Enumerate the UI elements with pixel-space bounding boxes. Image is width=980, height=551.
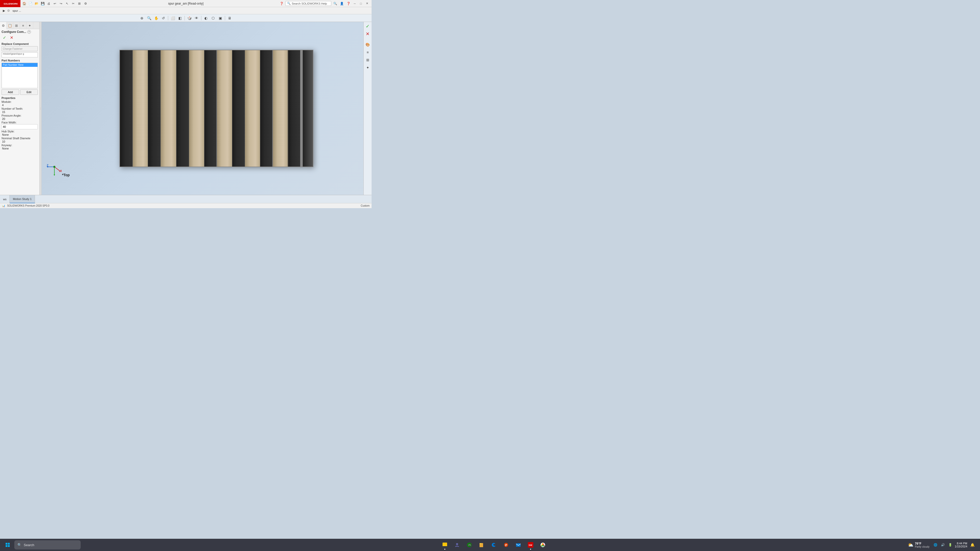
num-teeth-property: Number of Teeth: 15 xyxy=(2,107,38,114)
part-numbers-list[interactable]: Part Number Here xyxy=(2,63,38,88)
search-help-field[interactable]: 🔍 Search SOLIDWORKS Help xyxy=(285,1,331,6)
model-tab[interactable]: ws xyxy=(0,195,10,203)
search-icon[interactable]: 🔍 xyxy=(332,1,338,6)
panel-tabs: ⚙ 📋 ⊞ ≡ ✦ xyxy=(0,22,39,29)
panel-help-btn[interactable]: ? xyxy=(27,30,31,34)
right-panel-ok-icon[interactable]: ✓ xyxy=(364,23,371,30)
maximize-btn[interactable]: □ xyxy=(358,1,363,6)
svg-rect-14 xyxy=(245,50,260,167)
component-icon: ⚙ xyxy=(7,9,10,13)
view-toolbar: ⊕ 🔍 ✋ ↺ ⬜ ◧ 🎲 👁 ◐ ⬡ ▣ 🖥 xyxy=(0,14,372,22)
gear-model-view xyxy=(119,50,313,167)
close-btn[interactable]: ✕ xyxy=(364,1,369,6)
pan-icon[interactable]: ✋ xyxy=(153,15,159,21)
hidden-line-icon[interactable]: ▣ xyxy=(217,15,223,21)
dim-tab[interactable]: ≡ xyxy=(20,22,27,29)
pressure-angle-value: 20 xyxy=(2,118,38,121)
window-title: spur gear_am [Read-only] xyxy=(168,2,204,5)
breadcrumb: spur ... xyxy=(11,9,21,12)
cut-icon[interactable]: ✂ xyxy=(70,1,76,6)
face-width-input[interactable] xyxy=(2,124,38,129)
expand-icon[interactable]: ▶ xyxy=(1,8,6,14)
monitor-icon[interactable]: 🖥 xyxy=(227,15,233,21)
home-icon[interactable]: 🏠 xyxy=(21,1,27,6)
part-number-item[interactable]: Part Number Here xyxy=(2,63,38,67)
edit-part-number-btn[interactable]: Edit xyxy=(20,89,38,95)
panel-resize-handle[interactable]: ⋮ xyxy=(40,22,41,195)
feature-tree-tab[interactable]: ⚙ xyxy=(0,22,6,29)
svg-text:Z: Z xyxy=(47,164,48,167)
svg-rect-11 xyxy=(161,50,177,167)
view-orient-icon[interactable]: 👁 xyxy=(193,15,200,21)
title-bar: SOLIDWORKS 🏠 📄 📂 💾 🖨 ↩ ↪ ↖ ✂ ⊞ ⚙ spur ge… xyxy=(0,0,372,7)
cancel-button[interactable]: ✕ xyxy=(9,35,14,40)
redo-icon[interactable]: ↪ xyxy=(58,1,64,6)
svg-rect-3 xyxy=(148,50,161,167)
section-view-icon[interactable]: ⬜ xyxy=(170,15,176,21)
module-property: Module: 4 xyxy=(2,100,38,106)
status-icon: 📊 xyxy=(2,204,5,207)
undo-icon[interactable]: ↩ xyxy=(52,1,58,6)
save-icon[interactable]: 💾 xyxy=(40,1,45,6)
tools-icon[interactable]: ⚙ xyxy=(83,1,88,6)
rotate-icon[interactable]: ↺ xyxy=(160,15,166,21)
print-icon[interactable]: 🖨 xyxy=(46,1,52,6)
property-tab[interactable]: 📋 xyxy=(6,22,13,29)
right-panel-icon4[interactable]: ✦ xyxy=(364,64,371,71)
3d-viewport[interactable]: Z X *Top ✓ ✕ 🎨 ≡ ⊞ ✦ xyxy=(41,22,372,195)
new-icon[interactable]: 📄 xyxy=(27,1,33,6)
part-numbers-label: Part Numbers xyxy=(2,59,38,62)
svg-rect-12 xyxy=(189,50,204,167)
options-icon[interactable]: ❓ xyxy=(345,1,351,6)
zoom-fit-icon[interactable]: ⊕ xyxy=(139,15,145,21)
right-panel-cancel-icon[interactable]: ✕ xyxy=(364,30,371,37)
svg-rect-7 xyxy=(259,50,272,167)
search-help-icon: 🔍 xyxy=(287,2,291,5)
properties-section: Properties Module: 4 Number of Teeth: 15… xyxy=(2,97,38,150)
secondary-toolbar: ▶ ⚙ spur ... xyxy=(0,7,372,14)
part-numbers-section: Part Numbers Part Number Here Add Edit xyxy=(2,59,38,95)
title-right-area: ❓ 🔍 Search SOLIDWORKS Help 🔍 👤 ❓ ─ □ ✕ xyxy=(279,1,372,6)
select-icon[interactable]: ↖ xyxy=(64,1,70,6)
open-icon[interactable]: 📂 xyxy=(34,1,39,6)
toolbar-separator-4 xyxy=(225,16,225,21)
svg-text:X: X xyxy=(60,169,62,172)
3d-view-icon[interactable]: 🎲 xyxy=(186,15,192,21)
grid-icon[interactable]: ⊞ xyxy=(76,1,82,6)
status-bar: 📊 SOLIDWORKS Premium 2020 SP0.0 Custom xyxy=(0,203,372,208)
action-buttons: ✓ ✕ xyxy=(2,35,38,40)
wireframe-icon[interactable]: ⬡ xyxy=(210,15,216,21)
nominal-shaft-value: 10 xyxy=(2,140,38,143)
search-help-text: Search SOLIDWORKS Help xyxy=(292,2,327,5)
num-teeth-value: 15 xyxy=(2,110,38,114)
face-width-label: Face Width: xyxy=(2,121,38,124)
keyway-property: Keyway: None xyxy=(2,144,38,150)
pressure-angle-property: Pressure Angle: 20 xyxy=(2,114,38,121)
shading-icon[interactable]: ◐ xyxy=(203,15,209,21)
add-part-number-btn[interactable]: Add xyxy=(2,89,19,95)
svg-rect-10 xyxy=(132,50,148,167)
keyway-value: None xyxy=(2,147,38,150)
svg-rect-4 xyxy=(176,50,189,167)
display-icon[interactable]: ◧ xyxy=(177,15,183,21)
help-icon[interactable]: ❓ xyxy=(279,1,284,6)
right-panel-icon1[interactable]: 🎨 xyxy=(364,41,371,48)
zoom-in-icon[interactable]: 🔍 xyxy=(146,15,152,21)
user-icon[interactable]: 👤 xyxy=(339,1,345,6)
bottom-tabs-area: ws Motion Study 1 xyxy=(0,195,372,203)
svg-rect-5 xyxy=(204,50,216,167)
extra-tab[interactable]: ✦ xyxy=(27,22,33,29)
motion-study-tab[interactable]: Motion Study 1 xyxy=(10,195,35,203)
main-toolbar: 🏠 📄 📂 💾 🖨 ↩ ↪ ↖ ✂ ⊞ ⚙ xyxy=(21,1,279,6)
change-fastener-field xyxy=(2,46,38,51)
svg-rect-2 xyxy=(120,50,133,167)
sw-version: SOLIDWORKS Premium 2020 SP0.0 xyxy=(7,204,49,207)
minimize-btn[interactable]: ─ xyxy=(352,1,357,6)
config-tab[interactable]: ⊞ xyxy=(13,22,20,29)
right-panel-icon3[interactable]: ⊞ xyxy=(364,57,371,63)
ok-button[interactable]: ✓ xyxy=(2,35,7,40)
right-panel-icon2[interactable]: ≡ xyxy=(364,49,371,56)
hub-style-property: Hub Style: None xyxy=(2,130,38,136)
toolbar-separator-2 xyxy=(185,16,185,21)
component-path-field: mission\gears\spur g xyxy=(2,52,38,57)
